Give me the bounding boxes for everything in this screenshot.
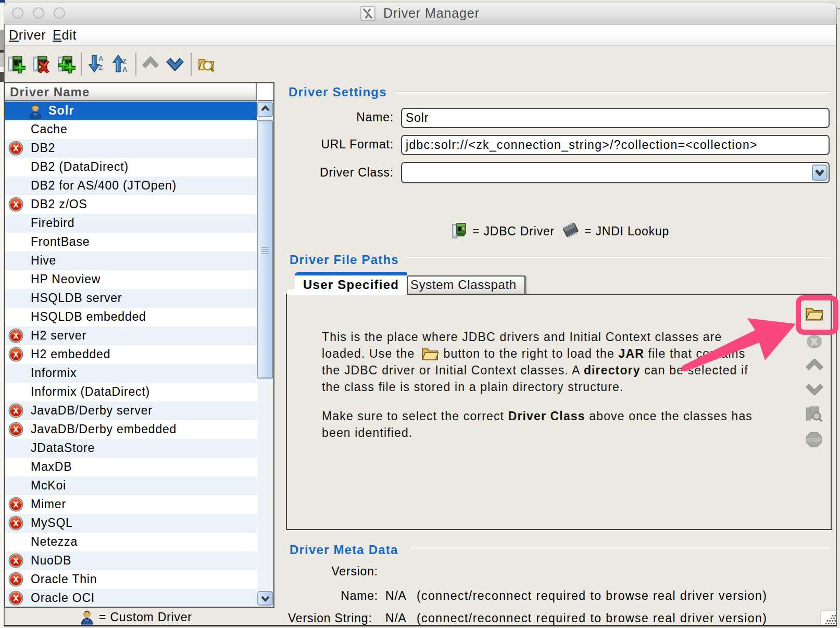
svg-text:Z: Z <box>98 64 103 71</box>
svg-text:A: A <box>98 55 104 62</box>
svg-text:A: A <box>122 66 128 73</box>
svg-text:Z: Z <box>122 57 127 65</box>
svg-text:STOP: STOP <box>807 437 821 443</box>
